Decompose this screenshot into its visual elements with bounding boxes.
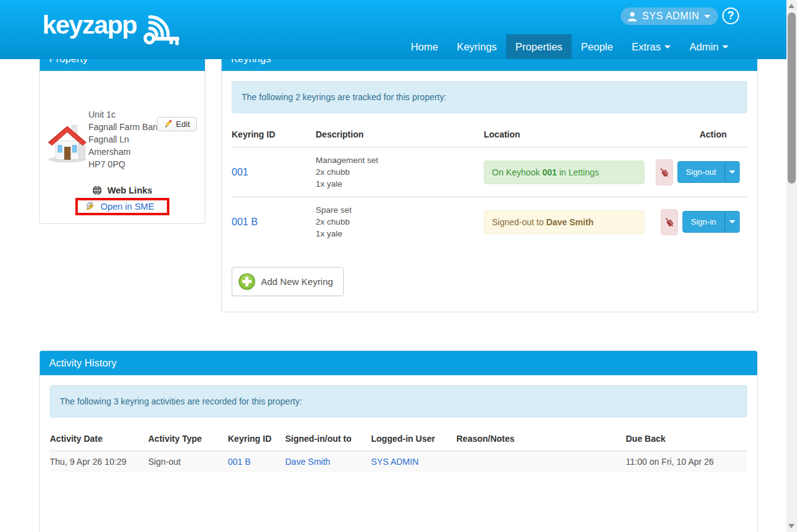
location-status-box: On Keyhook 001 in Lettings <box>484 161 644 184</box>
col-action: Action <box>648 129 747 139</box>
activity-history-panel: Activity History The following 3 keyring… <box>39 350 758 532</box>
address-line: Amersham <box>88 146 205 158</box>
activity-user-link[interactable]: SYS ADMIN <box>371 457 456 467</box>
plus-circle-icon <box>238 273 255 290</box>
col-signed-to: Signed-in/out to <box>285 434 371 444</box>
description-line: Management set <box>316 154 484 166</box>
web-links-label: Web Links <box>107 185 152 195</box>
keyring-description: Spare set 2x chubb 1x yale <box>316 204 484 240</box>
location-text: Signed-out to <box>492 217 546 227</box>
user-name: SYS ADMIN <box>642 11 699 22</box>
nav-properties-label: Properties <box>516 34 562 59</box>
activity-table: Activity Date Activity Type Keyring ID S… <box>50 427 747 472</box>
sign-out-button[interactable]: Sign-out <box>677 161 725 183</box>
location-highlight: Dave Smith <box>546 217 593 227</box>
pencil-icon <box>164 119 173 129</box>
activity-row: Thu, 9 Apr 26 10:29 Sign-out 001 B Dave … <box>50 451 747 472</box>
user-menu-button[interactable]: SYS ADMIN <box>621 7 718 25</box>
no-fob-icon <box>664 217 674 228</box>
chevron-down-icon <box>664 45 671 49</box>
vertical-scrollbar[interactable] <box>786 0 797 532</box>
activity-info-alert: The following 3 keyring activities are r… <box>50 385 747 418</box>
col-keyring-id: Keyring ID <box>228 434 285 444</box>
keyrings-table: Keyring ID Description Location Action 0… <box>232 123 747 246</box>
description-line: 1x yale <box>316 178 484 190</box>
sign-out-dropdown-toggle[interactable] <box>725 161 740 183</box>
chevron-down-icon <box>704 15 710 18</box>
keyrings-info-alert: The following 2 keyrings are tracked for… <box>232 81 747 113</box>
scroll-down-arrow-icon[interactable] <box>788 524 795 528</box>
nav-extras[interactable]: Extras <box>622 34 680 59</box>
chevron-down-icon <box>729 220 735 223</box>
col-activity-type: Activity Type <box>148 434 228 444</box>
activity-person-link[interactable]: Dave Smith <box>285 457 371 467</box>
address-line: HP7 0PQ <box>88 158 205 170</box>
description-line: 2x chubb <box>316 166 484 178</box>
property-panel: Property Edit <box>39 46 205 224</box>
activity-panel-title: Activity History <box>40 351 757 375</box>
keyring-id-link[interactable]: 001 B <box>232 217 316 228</box>
web-links-heading: Web Links <box>40 185 205 195</box>
annotation-highlight-box: Open in SME <box>75 198 169 215</box>
nav-keyrings[interactable]: Keyrings <box>448 34 506 59</box>
location-status-box: Signed-out to Dave Smith <box>484 210 644 234</box>
no-fob-button[interactable] <box>656 159 673 185</box>
nav-keyrings-label: Keyrings <box>457 34 497 59</box>
activity-keyring-link[interactable]: 001 B <box>228 457 285 467</box>
keyring-id-link[interactable]: 001 <box>232 167 316 178</box>
globe-icon <box>92 185 102 195</box>
sign-in-split-button: Sign-in <box>682 211 740 233</box>
open-in-sme-link[interactable]: Open in SME <box>100 202 154 212</box>
activity-table-header: Activity Date Activity Type Keyring ID S… <box>50 427 747 451</box>
scrollbar-thumb[interactable] <box>788 12 796 184</box>
location-highlight: 001 <box>542 167 557 177</box>
add-new-keyring-button[interactable]: Add New Keyring <box>232 267 344 296</box>
sign-in-dropdown-toggle[interactable] <box>725 211 740 233</box>
description-line: 2x chubb <box>316 216 484 228</box>
nav-admin[interactable]: Admin <box>680 34 738 59</box>
main-nav: Home Keyrings Properties People Extras A… <box>402 34 738 59</box>
col-location: Location <box>484 129 648 139</box>
keyring-row: 001 Management set 2x chubb 1x yale On K… <box>232 147 747 197</box>
col-due-back: Due Back <box>626 434 747 444</box>
logo-text: keyzapp <box>42 11 136 39</box>
activity-date: Thu, 9 Apr 26 10:29 <box>50 457 148 467</box>
add-keyring-label: Add New Keyring <box>261 276 333 287</box>
activity-type: Sign-out <box>148 457 228 467</box>
edit-button-label: Edit <box>176 119 190 129</box>
keyrings-panel: Keyrings The following 2 keyrings are tr… <box>221 46 758 312</box>
nav-people-label: People <box>581 34 613 59</box>
nav-extras-label: Extras <box>631 34 661 59</box>
keyring-row: 001 B Spare set 2x chubb 1x yale Signed-… <box>232 197 747 246</box>
question-mark-icon: ? <box>727 9 734 22</box>
col-keyring-id: Keyring ID <box>232 129 316 139</box>
nav-people[interactable]: People <box>572 34 622 59</box>
location-text: in Lettings <box>557 167 599 177</box>
nav-home[interactable]: Home <box>402 34 448 59</box>
no-fob-button[interactable] <box>661 209 678 235</box>
nav-home-label: Home <box>411 34 438 59</box>
nav-properties[interactable]: Properties <box>506 34 572 59</box>
sign-out-split-button: Sign-out <box>677 161 740 183</box>
col-description: Description <box>316 129 484 139</box>
edit-property-button[interactable]: Edit <box>157 117 197 131</box>
house-icon <box>45 122 90 166</box>
keyzapp-logo[interactable]: keyzapp <box>42 11 186 49</box>
location-text: On Keyhook <box>492 167 542 177</box>
keys-icon <box>84 202 95 212</box>
col-reason: Reason/Notes <box>456 434 626 444</box>
app-header: keyzapp SYS ADMIN ? <box>0 0 786 59</box>
key-signal-icon <box>138 9 186 49</box>
col-activity-date: Activity Date <box>50 434 148 444</box>
user-icon <box>627 11 638 22</box>
help-button[interactable]: ? <box>722 7 739 24</box>
scroll-up-arrow-icon[interactable] <box>788 4 795 8</box>
activity-due-back: 11:00 on Fri, 10 Apr 26 <box>626 457 747 467</box>
keyrings-table-header: Keyring ID Description Location Action <box>232 123 747 147</box>
no-fob-icon <box>659 167 669 178</box>
address-line: Fagnall Ln <box>88 133 205 146</box>
nav-admin-label: Admin <box>689 34 719 59</box>
sign-in-button[interactable]: Sign-in <box>682 211 725 233</box>
keyring-description: Management set 2x chubb 1x yale <box>316 154 484 190</box>
col-logged-user: Logged-in User <box>371 434 456 444</box>
